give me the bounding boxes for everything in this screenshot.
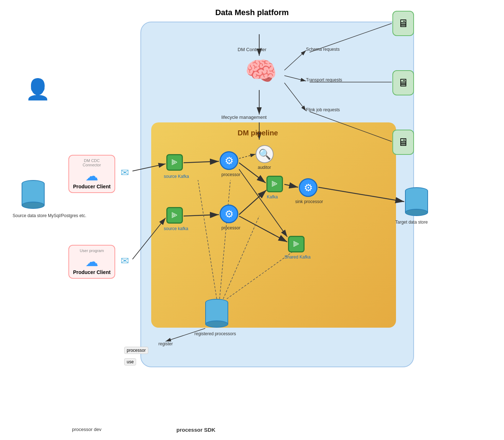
pipeline-title: DM pipeline [238, 129, 278, 137]
server-icon-3-container: 🖥 [392, 130, 414, 155]
envelope-1-icon: ✉ [121, 167, 129, 179]
target-data-store-label: Target data store [395, 220, 428, 225]
shared-kafka-label: Shared Kafka [284, 255, 311, 260]
producer-client-1-cloud-icon: ☁ [72, 169, 112, 184]
source-kafka-1-icon: ⫸ [166, 154, 183, 171]
auditor-icon: 🔍 [256, 145, 274, 163]
envelope-2-icon: ✉ [121, 255, 129, 267]
processor-1-icon: ⚙ [220, 151, 238, 170]
schema-requests-label: Schema requests [306, 47, 339, 52]
source-data-store-db [22, 180, 45, 210]
brain-icon: 🧠 [245, 56, 277, 86]
producer-client-2-cloud-icon: ☁ [72, 254, 112, 269]
sink-processor-label: sink processor [295, 199, 323, 204]
auditor-label: auditor [258, 165, 271, 170]
processor-label-box: processor [124, 347, 148, 354]
producer-client-2-title: User program [72, 248, 112, 253]
processor-2-label: processor [221, 225, 240, 230]
processor-dev-label: processor dev [72, 427, 102, 432]
server-icon-1-container: 🖥 [392, 11, 414, 36]
diagram-container: Data Mesh platform DM pipeline DM Contro… [0, 0, 504, 440]
register-label: register [158, 341, 173, 346]
processor-2-icon: ⚙ [220, 205, 238, 223]
sink-processor-icon: ⚙ [299, 178, 318, 197]
source-kafka-1-label: source Kafka [164, 174, 189, 179]
server-icon-2: 🖥 [392, 70, 414, 95]
source-kafka-2-label: source kafka [164, 226, 188, 231]
producer-client-1-name: Producer Client [72, 184, 112, 189]
use-label-box: use [124, 358, 136, 365]
processor-sdk-label: processor SDK [176, 427, 215, 433]
producer-client-1-title: DM CDCConnector [72, 158, 112, 167]
pipeline-box [151, 122, 396, 328]
kafka-mid-label: Kafka [267, 194, 278, 199]
source-data-store-label: Source data store MySql/Postgres etc. [13, 213, 86, 218]
producer-client-1-box: DM CDCConnector ☁ Producer Client [68, 155, 115, 193]
registered-processors-db [205, 299, 228, 329]
server-icon-3: 🖥 [392, 130, 414, 155]
source-kafka-2-icon: ⫸ [166, 207, 183, 224]
processor-1-label: processor [221, 172, 240, 177]
producer-client-2-box: User program ☁ Producer Client [68, 245, 115, 279]
platform-title: Data Mesh platform [215, 8, 289, 17]
lifecycle-label: lifecycle management [221, 115, 267, 120]
producer-client-2-name: Producer Client [72, 269, 112, 275]
kafka-mid-icon: ⫸ [266, 176, 283, 192]
flink-requests-label: Flink job requests [306, 107, 340, 112]
server-icon-2-container: 🖥 [392, 70, 414, 95]
person-icon: 👤 [25, 77, 50, 101]
target-data-store-db [405, 187, 428, 217]
server-icon-1: 🖥 [392, 11, 414, 36]
dm-controller-label: DM Controller [238, 47, 266, 52]
registered-processors-label: registered processors [194, 331, 236, 336]
shared-kafka-icon: ⫸ [288, 236, 305, 252]
transport-requests-label: Transport requests [306, 77, 342, 82]
